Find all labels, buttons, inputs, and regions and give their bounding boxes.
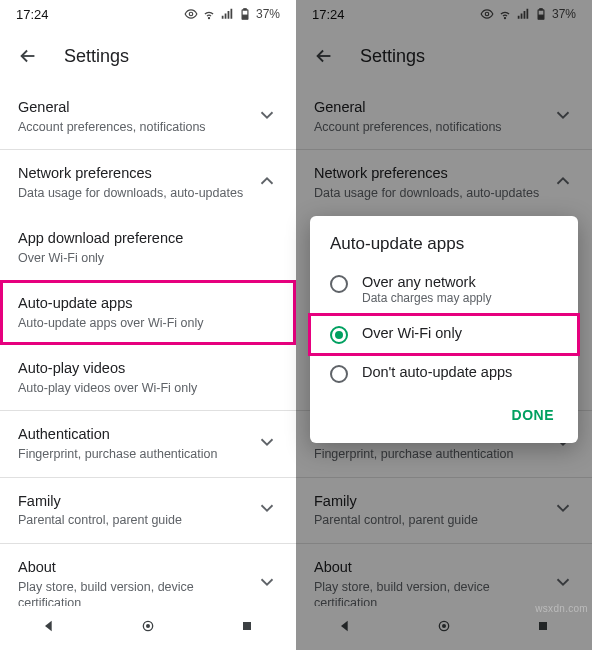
section-sub: Fingerprint, purchase authentication bbox=[18, 446, 246, 462]
nav-home-button[interactable] bbox=[140, 618, 156, 638]
wifi-icon bbox=[202, 7, 216, 21]
svg-rect-4 bbox=[243, 15, 248, 19]
section-network[interactable]: Network preferences Data usage for downl… bbox=[0, 149, 296, 215]
section-general[interactable]: General Account preferences, notificatio… bbox=[0, 84, 296, 149]
radio-over-any-network[interactable]: Over any network Data charges may apply bbox=[310, 264, 578, 315]
svg-point-1 bbox=[208, 18, 209, 19]
chevron-down-icon bbox=[256, 497, 278, 523]
phone-right: 17:24 37% Settings General Account prefe… bbox=[296, 0, 592, 650]
signal-icon bbox=[220, 7, 234, 21]
radio-over-wifi-only[interactable]: Over Wi-Fi only bbox=[310, 315, 578, 354]
row-label: App download preference bbox=[18, 229, 278, 248]
chevron-up-icon bbox=[256, 170, 278, 196]
chevron-down-icon bbox=[256, 104, 278, 130]
section-sub: Account preferences, notifications bbox=[18, 119, 246, 135]
radio-label: Over Wi-Fi only bbox=[362, 325, 462, 341]
section-label: About bbox=[18, 558, 246, 577]
row-label: Auto-play videos bbox=[18, 359, 278, 378]
section-sub: Play store, build version, device certif… bbox=[18, 579, 246, 607]
status-icons: 37% bbox=[184, 7, 280, 21]
svg-rect-3 bbox=[244, 9, 246, 10]
nav-back-button[interactable] bbox=[41, 618, 57, 638]
radio-icon bbox=[330, 326, 348, 344]
row-auto-update[interactable]: Auto-update apps Auto-update apps over W… bbox=[0, 280, 296, 345]
section-label: Network preferences bbox=[18, 164, 246, 183]
section-label: Family bbox=[18, 492, 246, 511]
dialog-title: Auto-update apps bbox=[310, 234, 578, 264]
arrow-left-icon bbox=[17, 45, 39, 67]
done-button[interactable]: DONE bbox=[502, 401, 564, 429]
phone-left: 17:24 37% Settings General Account prefe… bbox=[0, 0, 296, 650]
section-family[interactable]: Family Parental control, parent guide bbox=[0, 477, 296, 543]
section-about[interactable]: About Play store, build version, device … bbox=[0, 543, 296, 606]
section-sub: Data usage for downloads, auto-updates bbox=[18, 185, 246, 201]
row-sub: Auto-play videos over Wi-Fi only bbox=[18, 380, 278, 396]
battery-icon bbox=[238, 7, 252, 21]
svg-point-6 bbox=[146, 624, 150, 628]
nav-recent-button[interactable] bbox=[239, 618, 255, 638]
radio-icon bbox=[330, 365, 348, 383]
eye-icon bbox=[184, 7, 198, 21]
status-time: 17:24 bbox=[16, 7, 49, 22]
section-auth[interactable]: Authentication Fingerprint, purchase aut… bbox=[0, 410, 296, 476]
status-bar: 17:24 37% bbox=[0, 0, 296, 28]
battery-text: 37% bbox=[256, 7, 280, 21]
dialog-auto-update: Auto-update apps Over any network Data c… bbox=[310, 216, 578, 443]
radio-dont-auto-update[interactable]: Don't auto-update apps bbox=[310, 354, 578, 393]
watermark: wsxdn.com bbox=[535, 603, 588, 614]
settings-list[interactable]: General Account preferences, notificatio… bbox=[0, 84, 296, 606]
row-sub: Auto-update apps over Wi-Fi only bbox=[18, 315, 278, 331]
nav-bar bbox=[0, 606, 296, 650]
section-label: Authentication bbox=[18, 425, 246, 444]
svg-rect-7 bbox=[243, 622, 251, 630]
section-label: General bbox=[18, 98, 246, 117]
radio-label: Over any network bbox=[362, 274, 491, 290]
radio-label: Don't auto-update apps bbox=[362, 364, 512, 380]
section-sub: Parental control, parent guide bbox=[18, 512, 246, 528]
chevron-down-icon bbox=[256, 571, 278, 597]
back-button[interactable] bbox=[8, 36, 48, 76]
row-label: Auto-update apps bbox=[18, 294, 278, 313]
chevron-down-icon bbox=[256, 431, 278, 457]
svg-point-0 bbox=[189, 12, 193, 16]
row-sub: Over Wi-Fi only bbox=[18, 250, 278, 266]
app-bar: Settings bbox=[0, 28, 296, 84]
page-title: Settings bbox=[64, 46, 129, 67]
radio-icon bbox=[330, 275, 348, 293]
row-autoplay[interactable]: Auto-play videos Auto-play videos over W… bbox=[0, 345, 296, 410]
row-download-pref[interactable]: App download preference Over Wi-Fi only bbox=[0, 215, 296, 280]
radio-sub: Data charges may apply bbox=[362, 291, 491, 305]
